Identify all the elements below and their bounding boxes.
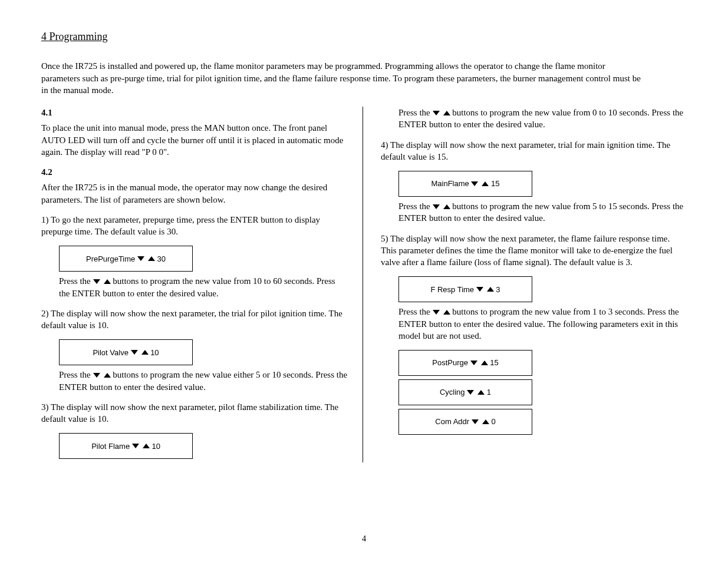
r-step4: 4) The display will now show the next pa…: [381, 139, 687, 163]
up-down-icon: [135, 254, 157, 265]
section-4-1: 4.1: [41, 107, 348, 118]
s42-step1-tail: Press the buttons to program the new val…: [59, 275, 348, 299]
up-down-icon: [469, 178, 491, 189]
up-down-icon: [468, 358, 490, 368]
up-down-icon: [129, 348, 150, 358]
up-down-icon: [465, 387, 487, 398]
r-step5: 5) The display will now show the next pa…: [381, 233, 687, 269]
up-down-icon: [93, 373, 111, 378]
up-down-icon: [474, 285, 496, 295]
right-column: Press the buttons to program the new val…: [363, 107, 687, 462]
up-down-icon: [130, 441, 151, 452]
display-pilot-flame: Pilot Flame 10: [59, 433, 193, 459]
display-f-resp-time: F Resp Time 3: [398, 276, 532, 302]
display-com-addr: Com Addr 0: [398, 409, 532, 435]
up-down-icon: [93, 279, 111, 284]
up-down-icon: [433, 204, 450, 209]
display-main-flame: MainFlame 15: [398, 171, 532, 197]
right-top-tail: Press the buttons to program the new val…: [398, 107, 687, 131]
left-column: 4.1 To place the unit into manual mode, …: [41, 107, 363, 462]
display-pilot-valve: Pilot Valve 10: [59, 339, 193, 365]
intro-paragraph: Once the IR725 is installed and powered …: [41, 60, 643, 96]
section-4-2: 4.2: [41, 166, 348, 178]
s42-step3: 3) The display will now show the next pa…: [41, 401, 348, 425]
s42-step1: 1) To go the next parameter, prepurge ti…: [41, 214, 348, 238]
s41-text: To place the unit into manual mode, pres…: [41, 122, 348, 158]
display-postpurge: PostPurge 15: [398, 350, 532, 376]
display-cycling: Cycling 1: [398, 379, 532, 405]
r-step5-tail: Press the buttons to program the new val…: [398, 306, 687, 342]
up-down-icon: [433, 310, 450, 315]
page-title: 4 Programming: [41, 29, 687, 44]
s42-text: After the IR725 is in the manual mode, t…: [41, 181, 348, 206]
s42-step2: 2) The display will now show the next pa…: [41, 308, 348, 332]
up-down-icon: [469, 416, 491, 427]
display-prepurge-time: PrePurgeTime 30: [59, 246, 193, 272]
page-number: 4: [0, 533, 728, 544]
s42-step2-tail: Press the buttons to program the new val…: [59, 369, 348, 393]
r-step4-tail: Press the buttons to program the new val…: [398, 200, 687, 224]
up-down-icon: [433, 111, 450, 115]
